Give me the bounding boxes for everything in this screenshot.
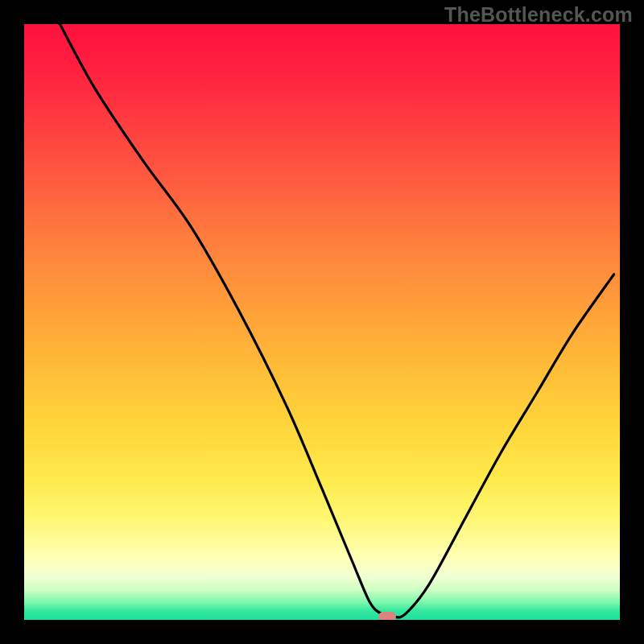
watermark-text: TheBottleneck.com xyxy=(444,3,633,27)
optimal-marker xyxy=(378,612,396,620)
bottleneck-curve xyxy=(24,24,620,620)
chart-frame: TheBottleneck.com xyxy=(0,0,644,644)
plot-area xyxy=(24,24,620,620)
curve-path xyxy=(60,24,613,617)
